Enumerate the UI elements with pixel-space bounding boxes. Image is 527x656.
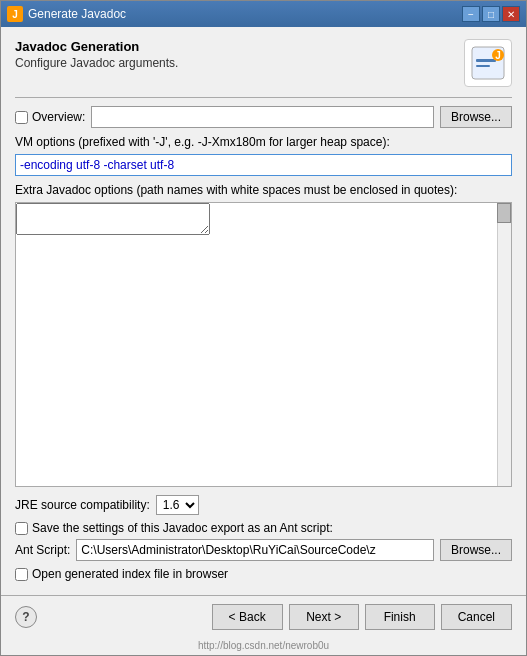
- maximize-button[interactable]: □: [482, 6, 500, 22]
- finish-button[interactable]: Finish: [365, 604, 435, 630]
- dialog-subtitle: Configure Javadoc arguments.: [15, 56, 178, 70]
- save-settings-row: Save the settings of this Javadoc export…: [15, 521, 512, 535]
- ant-script-browse-button[interactable]: Browse...: [440, 539, 512, 561]
- jre-row: JRE source compatibility: 1.6: [15, 495, 512, 515]
- footer-left: ?: [15, 606, 37, 628]
- overview-checkbox-label[interactable]: Overview:: [15, 110, 85, 124]
- scrollbar-thumb[interactable]: [497, 203, 511, 223]
- extra-javadoc-label: Extra Javadoc options (path names with w…: [15, 182, 512, 199]
- save-settings-label: Save the settings of this Javadoc export…: [32, 521, 333, 535]
- watermark: http://blog.csdn.net/newrob0u: [1, 638, 526, 655]
- ant-script-input[interactable]: [76, 539, 434, 561]
- overview-checkbox[interactable]: [15, 111, 28, 124]
- ant-script-row: Ant Script: Browse...: [15, 539, 512, 561]
- scrollbar-track[interactable]: [497, 203, 511, 486]
- jre-select[interactable]: 1.6: [156, 495, 199, 515]
- overview-label: Overview:: [32, 110, 85, 124]
- open-index-row: Open generated index file in browser: [15, 567, 512, 581]
- extra-javadoc-wrapper: [15, 202, 512, 487]
- header-section: Javadoc Generation Configure Javadoc arg…: [15, 39, 512, 87]
- title-bar-title: Generate Javadoc: [28, 7, 126, 21]
- overview-input[interactable]: [91, 106, 434, 128]
- title-bar-left: J Generate Javadoc: [7, 6, 126, 22]
- header-text: Javadoc Generation Configure Javadoc arg…: [15, 39, 178, 70]
- jre-label: JRE source compatibility:: [15, 498, 150, 512]
- vm-options-input[interactable]: [15, 154, 512, 176]
- extra-javadoc-textarea[interactable]: [16, 203, 210, 235]
- close-button[interactable]: ✕: [502, 6, 520, 22]
- dialog-footer: ? < Back Next > Finish Cancel: [1, 595, 526, 638]
- svg-rect-1: [476, 59, 496, 62]
- dialog-content: Javadoc Generation Configure Javadoc arg…: [1, 27, 526, 595]
- open-index-label: Open generated index file in browser: [32, 567, 228, 581]
- javadoc-header-icon: J: [464, 39, 512, 87]
- footer-buttons: < Back Next > Finish Cancel: [212, 604, 512, 630]
- next-button[interactable]: Next >: [289, 604, 359, 630]
- title-bar-controls: − □ ✕: [462, 6, 520, 22]
- svg-text:J: J: [495, 50, 501, 61]
- svg-rect-2: [476, 65, 490, 67]
- header-separator: [15, 97, 512, 98]
- overview-row: Overview: Browse...: [15, 106, 512, 128]
- vm-options-label: VM options (prefixed with '-J', e.g. -J-…: [15, 134, 512, 151]
- open-index-checkbox[interactable]: [15, 568, 28, 581]
- back-button[interactable]: < Back: [212, 604, 283, 630]
- javadoc-icon: J: [7, 6, 23, 22]
- title-bar: J Generate Javadoc − □ ✕: [1, 1, 526, 27]
- minimize-button[interactable]: −: [462, 6, 480, 22]
- overview-browse-button[interactable]: Browse...: [440, 106, 512, 128]
- generate-javadoc-dialog: J Generate Javadoc − □ ✕ Javadoc Generat…: [0, 0, 527, 656]
- cancel-button[interactable]: Cancel: [441, 604, 512, 630]
- save-settings-checkbox[interactable]: [15, 522, 28, 535]
- help-button[interactable]: ?: [15, 606, 37, 628]
- dialog-title: Javadoc Generation: [15, 39, 178, 54]
- ant-script-label: Ant Script:: [15, 543, 70, 557]
